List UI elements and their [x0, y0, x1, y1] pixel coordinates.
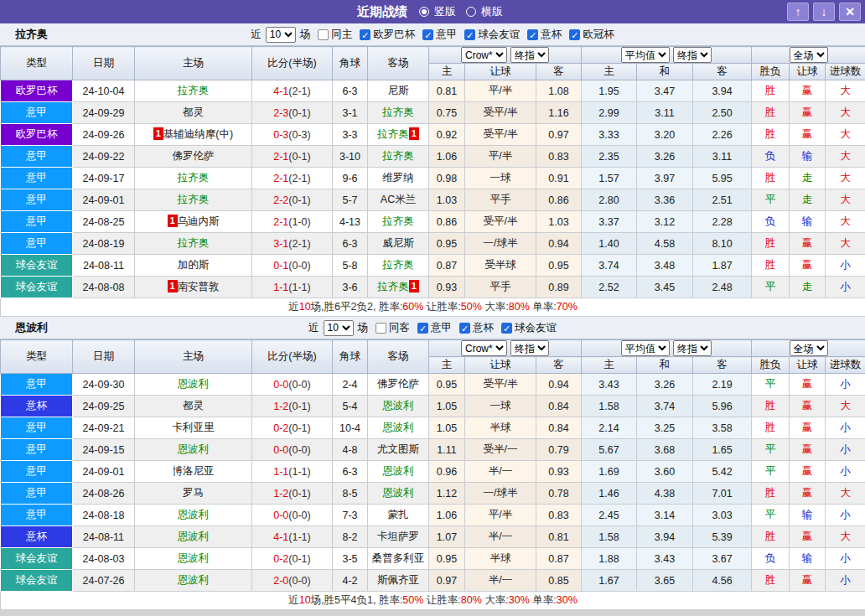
- average-odds-cell: 2.26: [693, 124, 752, 146]
- handicap-odds-cell: 0.93: [536, 461, 582, 483]
- filter-row: 拉齐奥近10场同主✓欧罗巴杯✓意甲✓球会友谊✓意杯✓欧冠杯: [0, 23, 865, 46]
- league-checkbox[interactable]: ✓: [417, 323, 428, 334]
- fulltime-score: 2-2: [273, 194, 288, 206]
- layout-vertical-radio[interactable]: [419, 7, 429, 17]
- league-badge: 意甲: [1, 374, 72, 395]
- handicap-odds-cell: 0.85: [536, 570, 582, 592]
- league-checkbox[interactable]: ✓: [569, 29, 580, 40]
- red-card-badge: 1: [168, 215, 178, 227]
- outcome-cell: 胜: [752, 526, 790, 548]
- away-team-name: 尤文图斯: [377, 443, 419, 455]
- corners-cell: 4-2: [333, 570, 368, 592]
- filter-controls: 近10场同客✓意甲✓意杯✓球会友谊: [308, 320, 557, 336]
- average-odds-cell: 3.11: [637, 102, 693, 124]
- handicap-odds-cell: 0.95: [429, 374, 465, 396]
- average-odds-cell: 3.11: [693, 146, 752, 168]
- handicap-odds-cell: 半/一: [465, 570, 536, 592]
- bookmaker-select[interactable]: Crow*: [461, 340, 507, 356]
- near-label: 近: [251, 28, 262, 42]
- sub-column-header: 让球: [465, 357, 536, 374]
- match-row: 意甲24-09-22佛罗伦萨2-1(0-1)3-10拉齐奥1.06平/半0.83…: [1, 146, 865, 168]
- handicap-odds-cell: 平/半: [465, 146, 536, 168]
- summary-text: 近10场,胜6平2负2, 胜率:60% 让胜率:50% 大率:80% 单率:70…: [1, 298, 865, 317]
- league-filter-label: 意甲: [436, 28, 457, 42]
- halftime-score: (0-1): [288, 488, 310, 500]
- league-checkbox[interactable]: ✓: [459, 323, 470, 334]
- corners-cell: 4-13: [333, 211, 368, 233]
- final-index-select[interactable]: 终指: [510, 340, 549, 356]
- final-index-select-2[interactable]: 终指: [673, 340, 712, 356]
- league-filter-label: 球会友谊: [478, 28, 520, 42]
- league-checkbox[interactable]: ✓: [422, 29, 433, 40]
- league-badge: 意甲: [1, 417, 72, 438]
- same-venue-checkbox[interactable]: [318, 29, 329, 40]
- outcome-cell: 胜: [752, 570, 790, 592]
- same-venue-checkbox[interactable]: [376, 323, 386, 334]
- outcome-cell: 大: [826, 102, 865, 124]
- outcome-cell: 负: [752, 146, 790, 168]
- home-team-name: 卡利亚里: [173, 422, 215, 433]
- league-filter-label: 球会友谊: [515, 321, 557, 335]
- bookmaker-select[interactable]: Crow*: [461, 47, 507, 63]
- team-name: 拉齐奥: [15, 27, 48, 42]
- column-header: 比分(半场): [252, 340, 333, 374]
- final-index-select-2[interactable]: 终指: [673, 47, 712, 63]
- score-cell: 0-0(0-0): [252, 439, 333, 461]
- fulltime-select[interactable]: 全场: [790, 340, 828, 356]
- handicap-odds-cell: 0.75: [429, 102, 465, 124]
- same-venue-label: 同客: [389, 321, 410, 335]
- corners-cell: 5-7: [333, 189, 368, 211]
- outcome-cell: 平: [752, 439, 790, 461]
- close-button[interactable]: ✕: [839, 3, 861, 21]
- match-row: 意甲24-08-251乌迪内斯2-1(1-0)4-13拉齐奥0.86受平/半1.…: [1, 211, 865, 233]
- home-team-name: 拉齐奥: [178, 237, 210, 249]
- league-type-cell: 意甲: [1, 146, 73, 168]
- fulltime-select[interactable]: 全场: [790, 47, 828, 63]
- average-odds-cell: 2.45: [582, 505, 637, 526]
- match-row: 欧罗巴杯24-10-04拉齐奥4-1(2-1)6-3尼斯0.81平/半1.081…: [1, 80, 865, 102]
- average-odds-cell: 3.33: [582, 124, 637, 146]
- match-row: 球会友谊24-08-081南安普敦1-1(1-1)3-6拉齐奥10.93平手0.…: [1, 277, 865, 298]
- away-team-cell: 拉齐奥: [368, 102, 429, 124]
- league-badge: 球会友谊: [1, 570, 72, 591]
- league-checkbox[interactable]: ✓: [527, 29, 538, 40]
- home-team-cell: 加的斯: [135, 255, 252, 277]
- outcome-cell: 赢: [790, 396, 826, 417]
- date-cell: 24-10-04: [73, 80, 135, 102]
- handicap-odds-cell: 0.95: [429, 548, 465, 570]
- recent-count-select[interactable]: 10: [324, 320, 354, 336]
- score-cell: 2-1(1-0): [252, 211, 333, 233]
- average-select[interactable]: 平均值: [621, 47, 670, 63]
- match-row: 意甲24-09-15恩波利0-0(0-0)4-8尤文图斯1.11受半/一0.79…: [1, 439, 865, 461]
- handicap-odds-cell: 1.07: [429, 526, 465, 548]
- outcome-cell: 赢: [790, 124, 826, 146]
- home-team-cell: 恩波利: [135, 526, 252, 548]
- summary-row: 近10场,胜6平2负2, 胜率:60% 让胜率:50% 大率:80% 单率:70…: [1, 298, 865, 317]
- handicap-odds-cell: 0.94: [536, 233, 582, 255]
- layout-horizontal-radio[interactable]: [466, 7, 476, 17]
- average-select[interactable]: 平均值: [621, 340, 670, 356]
- league-checkbox[interactable]: ✓: [464, 29, 475, 40]
- scroll-up-button[interactable]: ↑: [787, 3, 809, 21]
- halftime-score: (0-0): [288, 379, 310, 391]
- scroll-down-button[interactable]: ↓: [813, 3, 835, 21]
- corners-cell: 8-5: [333, 483, 368, 505]
- corners-cell: 6-3: [333, 80, 368, 102]
- average-odds-cell: 3.37: [582, 211, 637, 233]
- handicap-odds-cell: 受平/半: [465, 211, 536, 233]
- halftime-score: (2-1): [288, 238, 310, 250]
- halftime-score: (0-1): [288, 151, 310, 163]
- sub-column-header: 和: [637, 357, 693, 374]
- final-index-select[interactable]: 终指: [510, 47, 549, 63]
- average-odds-cell: 1.67: [582, 570, 637, 592]
- date-cell: 24-09-01: [73, 189, 135, 211]
- average-odds-cell: 2.14: [582, 417, 637, 439]
- date-cell: 24-08-26: [73, 483, 135, 505]
- away-team-name: 恩波利: [382, 422, 414, 433]
- league-checkbox[interactable]: ✓: [360, 29, 370, 40]
- score-cell: 2-2(0-1): [252, 189, 333, 211]
- league-type-cell: 意甲: [1, 233, 73, 255]
- recent-count-select[interactable]: 10: [266, 27, 296, 43]
- league-checkbox[interactable]: ✓: [501, 323, 512, 334]
- outcome-cell: 平: [752, 374, 790, 396]
